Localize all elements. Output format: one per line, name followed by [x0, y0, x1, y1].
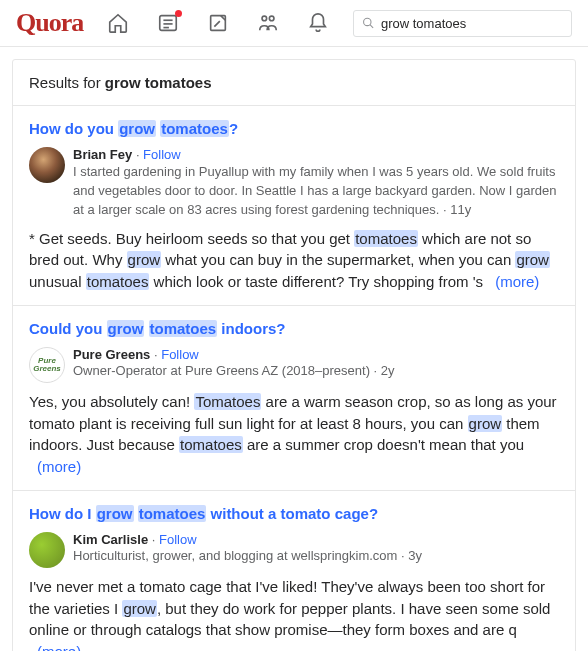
follow-link[interactable]: Follow	[143, 147, 181, 162]
follow-link[interactable]: Follow	[161, 347, 199, 362]
result-snippet: I've never met a tomato cage that I've l…	[29, 576, 559, 651]
author-row: Brian Fey · Follow I started gardening i…	[29, 147, 559, 220]
home-icon[interactable]	[107, 12, 129, 34]
author-bio: I started gardening in Puyallup with my …	[73, 163, 559, 220]
author-row: PureGreens Pure Greens · Follow Owner-Op…	[29, 347, 559, 383]
author-row: Kim Carlisle · Follow Horticulturist, gr…	[29, 532, 559, 568]
spaces-icon[interactable]	[257, 12, 279, 34]
logo[interactable]: Quora	[16, 8, 83, 38]
more-link[interactable]: (more)	[487, 273, 539, 290]
search-result: How do I grow tomatoes without a tomato …	[13, 491, 575, 651]
result-snippet: * Get seeds. Buy heirloom seeds so that …	[29, 228, 559, 293]
search-box[interactable]	[353, 10, 572, 37]
author-name[interactable]: Brian Fey	[73, 147, 132, 162]
author-info: Kim Carlisle · Follow Horticulturist, gr…	[73, 532, 422, 568]
more-link[interactable]: (more)	[29, 643, 81, 651]
avatar[interactable]	[29, 532, 65, 568]
following-icon[interactable]	[157, 12, 179, 34]
main-content: Results for grow tomatoes How do you gro…	[0, 47, 588, 651]
author-info: Pure Greens · Follow Owner-Operator at P…	[73, 347, 395, 383]
svg-line-5	[215, 21, 221, 27]
author-credential: Horticulturist, grower, and blogging at …	[73, 548, 422, 563]
search-result: Could you grow tomatoes indoors? PureGre…	[13, 306, 575, 491]
svg-point-6	[262, 16, 267, 21]
result-title[interactable]: How do I grow tomatoes without a tomato …	[29, 505, 559, 522]
answer-icon[interactable]	[207, 12, 229, 34]
avatar[interactable]: PureGreens	[29, 347, 65, 383]
search-icon	[362, 16, 375, 30]
results-header: Results for grow tomatoes	[13, 60, 575, 106]
search-result: How do you grow tomatoes? Brian Fey · Fo…	[13, 106, 575, 306]
results-label: Results for	[29, 74, 105, 91]
notifications-icon[interactable]	[307, 12, 329, 34]
results-container: Results for grow tomatoes How do you gro…	[12, 59, 576, 651]
follow-link[interactable]: Follow	[159, 532, 197, 547]
more-link[interactable]: (more)	[29, 458, 81, 475]
svg-point-7	[270, 16, 275, 21]
search-input[interactable]	[381, 16, 563, 31]
notification-dot	[175, 10, 182, 17]
top-nav: Quora	[0, 0, 588, 47]
results-query: grow tomatoes	[105, 74, 212, 91]
result-snippet: Yes, you absolutely can! Tomatoes are a …	[29, 391, 559, 478]
avatar[interactable]	[29, 147, 65, 183]
result-title[interactable]: How do you grow tomatoes?	[29, 120, 559, 137]
author-name[interactable]: Pure Greens	[73, 347, 150, 362]
nav-icons	[107, 12, 329, 34]
svg-point-8	[364, 18, 371, 25]
author-name[interactable]: Kim Carlisle	[73, 532, 148, 547]
svg-line-9	[370, 25, 373, 28]
result-title[interactable]: Could you grow tomatoes indoors?	[29, 320, 559, 337]
author-credential: Owner-Operator at Pure Greens AZ (2018–p…	[73, 363, 395, 378]
author-info: Brian Fey · Follow I started gardening i…	[73, 147, 559, 220]
